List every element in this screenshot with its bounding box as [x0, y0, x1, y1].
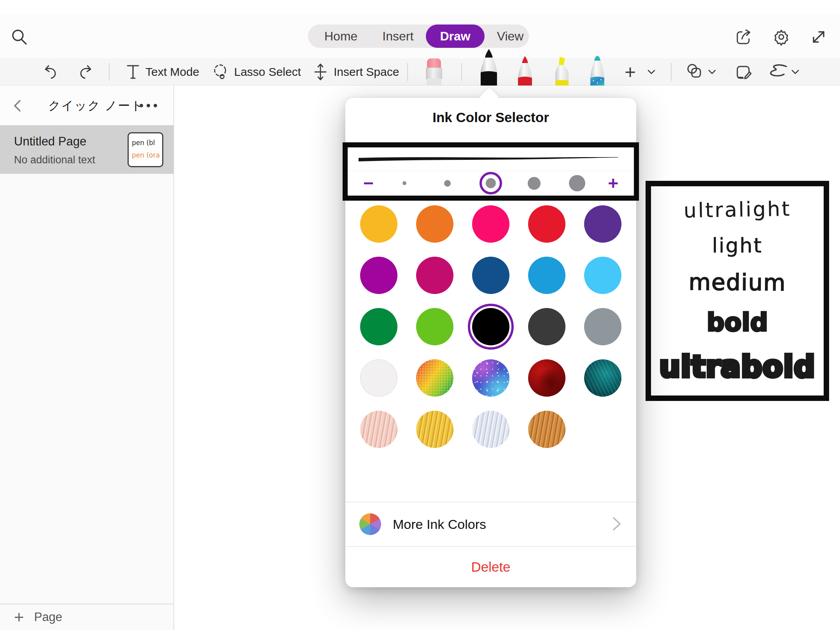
toolbar-divider [109, 63, 110, 81]
pen-set-menu-button[interactable] [646, 58, 656, 86]
color-swatch-red[interactable] [528, 205, 565, 243]
stroke-size-increase-button[interactable]: + [608, 174, 618, 192]
color-wheel-icon [359, 513, 381, 535]
undo-icon [42, 63, 59, 80]
eraser-icon [425, 58, 443, 86]
undo-button[interactable] [42, 58, 59, 86]
color-swatch-lime[interactable] [416, 308, 453, 345]
share-button[interactable] [734, 27, 754, 47]
color-swatch-blue[interactable] [528, 257, 565, 294]
plus-icon: + [625, 62, 636, 82]
pen-teal-icon [588, 55, 607, 86]
color-swatch-teal-marble[interactable] [584, 359, 621, 397]
window-actions [734, 27, 828, 47]
color-swatch-white[interactable] [360, 359, 397, 397]
highlighter-yellow-icon [551, 55, 572, 86]
color-swatch-magenta[interactable] [360, 257, 397, 294]
sidebar-menu-button[interactable] [140, 104, 157, 107]
color-swatch-charcoal[interactable] [528, 308, 565, 345]
toolbar-divider [407, 63, 408, 81]
search-icon [10, 28, 29, 47]
stroke-size-option-4[interactable] [565, 171, 590, 195]
scribble-icon [767, 63, 789, 80]
pen-red-tool[interactable] [516, 55, 534, 87]
more-ink-colors-label: More Ink Colors [393, 517, 486, 532]
color-swatch-red-lava[interactable] [528, 359, 565, 397]
stroke-size-option-2[interactable] [478, 171, 503, 195]
ink-replay-menu-button[interactable] [790, 58, 800, 86]
popup-title: Ink Color Selector [345, 110, 636, 125]
more-ink-colors-button[interactable]: More Ink Colors [345, 502, 636, 546]
color-swatch-purple[interactable] [584, 205, 621, 243]
color-swatch-silver[interactable] [472, 411, 509, 448]
highlighter-yellow-tool[interactable] [551, 55, 572, 87]
eraser-tool[interactable] [425, 58, 443, 87]
stroke-size-option-1[interactable] [435, 171, 460, 195]
ellipsis-icon [154, 104, 157, 107]
thumbnail-ink-line: pen (bl [132, 136, 162, 149]
insert-space-label: Insert Space [334, 65, 399, 79]
stroke-size-option-0[interactable] [392, 171, 417, 195]
fullscreen-button[interactable] [809, 27, 828, 47]
expand-icon [809, 27, 828, 47]
delete-pen-button[interactable]: Delete [345, 546, 636, 587]
pen-red-icon [516, 55, 534, 86]
pen-black-tool[interactable] [478, 48, 499, 87]
color-swatch-orange[interactable] [416, 205, 453, 243]
text-mode-label: Text Mode [145, 65, 199, 79]
tab-home[interactable]: Home [312, 24, 370, 48]
stroke-size-dots [374, 171, 608, 195]
color-swatch-galaxy[interactable] [472, 359, 509, 397]
tab-draw[interactable]: Draw [426, 24, 484, 48]
shapes-button[interactable] [685, 58, 705, 86]
text-mode-button[interactable]: Text Mode [125, 58, 199, 86]
stroke-size-decrease-button[interactable]: − [363, 174, 374, 192]
page-list-item-selected[interactable]: Untitled Page No additional text pen (bl… [0, 125, 173, 174]
toolbar-divider [671, 63, 672, 81]
color-swatch-gray[interactable] [584, 308, 621, 345]
gear-icon [772, 27, 791, 47]
lasso-icon [212, 63, 229, 81]
insert-space-icon [312, 63, 329, 81]
tab-insert[interactable]: Insert [370, 24, 426, 48]
redo-button[interactable] [77, 58, 94, 86]
shapes-menu-button[interactable] [707, 58, 717, 86]
delete-label: Delete [471, 559, 510, 575]
ink-color-grid [351, 205, 631, 448]
ribbon-tabs: Home Insert Draw View [308, 24, 529, 48]
insert-space-button[interactable]: Insert Space [312, 58, 399, 86]
color-swatch-yellow[interactable] [360, 205, 397, 243]
color-swatch-navy[interactable] [472, 257, 509, 294]
pen-teal-tool[interactable] [588, 55, 607, 87]
color-swatch-dark-pink[interactable] [416, 257, 453, 294]
ellipsis-icon [147, 104, 150, 107]
stroke-size-row: − + [348, 171, 634, 195]
ink-replay-button[interactable] [767, 58, 789, 86]
handwriting-light: light [712, 234, 763, 257]
color-swatch-rainbow-glitter[interactable] [416, 359, 453, 397]
ink-annotate-button[interactable] [733, 58, 753, 86]
add-page-button[interactable]: + Page [0, 604, 173, 630]
color-swatch-rose-gold[interactable] [360, 411, 397, 448]
ink-annotate-icon [733, 62, 753, 82]
lasso-select-button[interactable]: Lasso Select [212, 58, 301, 86]
settings-button[interactable] [772, 27, 791, 47]
size-dot [444, 180, 451, 187]
tab-view[interactable]: View [485, 24, 536, 48]
handwriting-bold: bold [707, 308, 768, 337]
search-button[interactable] [10, 28, 29, 47]
color-swatch-sky-blue[interactable] [584, 257, 621, 294]
page-thumbnail: pen (bl pen (ora [128, 132, 163, 167]
add-page-label: Page [34, 610, 62, 624]
onenote-draw-screen: Home Insert Draw View [0, 0, 840, 630]
add-pen-button[interactable]: + [625, 58, 636, 86]
text-mode-icon [125, 63, 141, 80]
stroke-size-option-3[interactable] [522, 171, 546, 195]
color-swatch-gold[interactable] [416, 411, 453, 448]
back-chevron-icon[interactable] [11, 99, 25, 113]
color-swatch-pink[interactable] [472, 205, 509, 243]
color-swatch-bronze[interactable] [528, 411, 565, 448]
chevron-right-icon [610, 515, 623, 533]
color-swatch-green[interactable] [360, 308, 397, 345]
color-swatch-black[interactable] [472, 308, 509, 345]
